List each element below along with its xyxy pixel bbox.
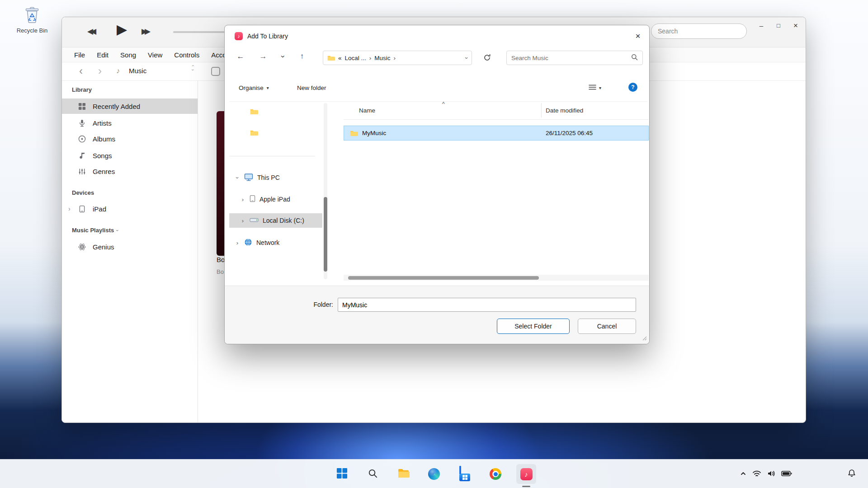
sidebar-item-genius[interactable]: Genius: [62, 239, 198, 254]
taskbar: ♪: [0, 459, 868, 488]
sidebar-item-artists[interactable]: Artists: [62, 115, 198, 131]
file-row-mymusic[interactable]: MyMusic 26/11/2025 06:45: [344, 126, 649, 141]
breadcrumb-item[interactable]: Music: [374, 55, 390, 61]
chevron-down-icon[interactable]: ›: [115, 230, 120, 231]
sidebar-item-albums[interactable]: Albums: [62, 131, 198, 146]
album-subtitle: Bo: [217, 268, 224, 275]
grid-icon: [77, 103, 86, 110]
recycle-bin-icon: [22, 19, 42, 27]
file-explorer-button[interactable]: [393, 464, 413, 484]
expander-chevron-icon[interactable]: ›: [68, 205, 71, 212]
sidebar-devices-header: Devices: [72, 189, 94, 196]
fast-forward-button[interactable]: ▶▶: [142, 27, 148, 36]
breadcrumb-overflow[interactable]: «: [338, 55, 342, 61]
tree-item-this-pc[interactable]: › This PC: [229, 170, 322, 185]
volume-icon[interactable]: [767, 470, 776, 479]
select-folder-button[interactable]: Select Folder: [497, 319, 570, 334]
history-back-button[interactable]: ‹: [79, 65, 83, 77]
menu-edit[interactable]: Edit: [97, 51, 108, 59]
nav-forward-button[interactable]: →: [257, 52, 269, 61]
start-button[interactable]: [332, 464, 352, 484]
address-breadcrumb-bar[interactable]: « Local ... › Music › ›: [323, 51, 472, 65]
cancel-button[interactable]: Cancel: [578, 319, 636, 334]
tree-item-local-disk-c[interactable]: › Local Disk (C:): [229, 213, 322, 228]
rewind-button[interactable]: ◀◀: [87, 27, 94, 36]
menu-file[interactable]: File: [74, 51, 85, 59]
search-input[interactable]: [651, 23, 747, 39]
microsoft-store-button[interactable]: [455, 464, 475, 484]
column-header-name[interactable]: Name: [359, 107, 375, 114]
list-view-icon: [589, 84, 596, 92]
history-forward-button[interactable]: ›: [98, 65, 102, 77]
nav-back-button[interactable]: ←: [235, 52, 246, 61]
wifi-icon[interactable]: [752, 470, 761, 479]
dialog-title: Add To Library: [247, 33, 288, 40]
sidebar: Library Recently Added Artists Albums So…: [62, 81, 198, 422]
search-magnifier-icon[interactable]: [631, 54, 638, 62]
chrome-button[interactable]: [486, 464, 505, 484]
menu-song[interactable]: Song: [120, 51, 136, 59]
refresh-icon[interactable]: [483, 54, 491, 63]
dialog-search-input[interactable]: [511, 55, 631, 61]
tree-scrollbar-thumb[interactable]: [324, 197, 327, 272]
view-options-button[interactable]: ▾: [589, 84, 601, 92]
sidebar-item-label: iPad: [93, 205, 106, 213]
this-pc-icon: [244, 173, 253, 183]
taskbar-search-button[interactable]: [363, 464, 382, 484]
dialog-search-box[interactable]: [506, 51, 643, 65]
dialog-close-button[interactable]: ×: [632, 31, 644, 42]
tray-chevron-up-icon[interactable]: [740, 470, 747, 478]
new-folder-button[interactable]: New folder: [297, 84, 326, 91]
sidebar-item-ipad[interactable]: › iPad: [62, 201, 198, 216]
edge-button[interactable]: [424, 464, 444, 484]
resize-grip[interactable]: [642, 335, 647, 342]
genres-sliders-icon: [77, 168, 86, 175]
organise-menu-button[interactable]: Organise ▾: [239, 84, 269, 91]
minimize-button[interactable]: –: [755, 20, 768, 32]
horizontal-scrollbar-thumb[interactable]: [348, 276, 539, 280]
sidebar-item-label: Albums: [93, 135, 115, 143]
column-separator[interactable]: [541, 103, 542, 117]
tree-item-apple-ipad[interactable]: › Apple iPad: [229, 192, 322, 206]
sidebar-item-recently-added[interactable]: Recently Added: [62, 99, 198, 114]
sidebar-item-genres[interactable]: Genres: [62, 164, 198, 179]
chevron-down-icon: ›: [191, 69, 195, 71]
help-button[interactable]: ?: [628, 83, 637, 92]
close-button[interactable]: ×: [789, 20, 802, 32]
microphone-icon: [77, 119, 86, 127]
tree-folder-icon[interactable]: [250, 108, 258, 116]
menu-controls[interactable]: Controls: [174, 51, 199, 59]
chevron-right-icon[interactable]: ›: [235, 239, 240, 246]
maximize-button[interactable]: □: [772, 20, 785, 32]
music-app-button[interactable]: ♪: [516, 464, 536, 484]
system-tray: [740, 466, 792, 482]
sidebar-item-label: Artists: [93, 119, 112, 127]
column-header-date-modified[interactable]: Date modified: [546, 107, 583, 114]
tree-folder-icon[interactable]: [250, 129, 258, 137]
recycle-bin-shortcut[interactable]: Recycle Bin: [13, 5, 52, 34]
library-selector-stepper[interactable]: › ›: [192, 64, 194, 72]
file-name: MyMusic: [362, 130, 386, 136]
breadcrumb-separator-icon: ›: [369, 55, 372, 61]
tree-item-network[interactable]: › Network: [229, 235, 322, 250]
play-button[interactable]: ▶: [117, 21, 127, 37]
sidebar-item-songs[interactable]: Songs: [62, 148, 198, 163]
folder-name-input[interactable]: [338, 298, 636, 312]
toolbar-divider: [229, 101, 647, 102]
dropdown-caret-icon: ▾: [267, 85, 269, 90]
nav-up-button[interactable]: ↑: [296, 52, 308, 61]
windows-logo-icon: [336, 468, 348, 480]
chevron-right-icon[interactable]: ›: [240, 217, 245, 224]
notification-bell-icon[interactable]: [847, 469, 856, 479]
album-artwork[interactable]: [217, 111, 225, 256]
chevron-down-icon[interactable]: ›: [234, 175, 241, 180]
breadcrumb-item[interactable]: Local ...: [345, 55, 366, 61]
nav-recent-dropdown-button[interactable]: ›: [277, 52, 289, 61]
menu-view[interactable]: View: [148, 51, 162, 59]
address-dropdown-icon[interactable]: ›: [463, 57, 470, 59]
battery-icon[interactable]: [781, 470, 792, 478]
library-selector[interactable]: Music: [129, 67, 146, 75]
edge-icon: [428, 468, 440, 480]
chevron-right-icon[interactable]: ›: [240, 196, 245, 203]
view-toggle-icon[interactable]: [211, 67, 220, 76]
